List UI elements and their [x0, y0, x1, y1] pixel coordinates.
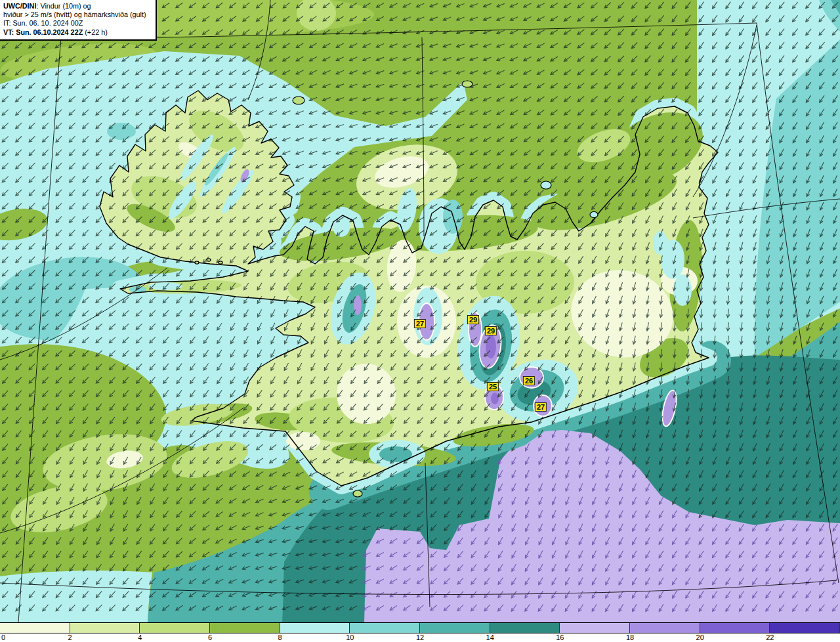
gust-max-label: 29: [467, 315, 479, 324]
colorbar-segment: [70, 623, 140, 633]
colorbar-tick-label: 4: [138, 633, 142, 642]
colorbar-segment: [140, 623, 210, 633]
init-time: IT: Sun. 06. 10. 2024 00Z: [3, 19, 152, 28]
colorbar-tick-label: 10: [346, 633, 354, 642]
colorbar-tick-label: 20: [696, 633, 704, 642]
title-line-1: UWC/DINI: Vindur (10m) og: [3, 2, 152, 11]
colorbar-segment: [350, 623, 420, 633]
title-line-2: hviður > 25 m/s (hvítt) og hámarkshviða …: [3, 11, 152, 19]
gust-max-label: 25: [487, 382, 499, 391]
colorbar-tick-label: 12: [416, 633, 424, 642]
gust-max-label: 27: [535, 402, 547, 412]
colorbar-tick-label: 14: [486, 633, 494, 642]
wind-speed-colorbar: 0246810121416182022: [0, 622, 840, 642]
colorbar-segment: [210, 623, 280, 633]
colorbar-segment: [560, 623, 630, 633]
colorbar-tick-label: 6: [208, 633, 212, 642]
title-box: UWC/DINI: Vindur (10m) og hviður > 25 m/…: [0, 0, 157, 41]
colorbar-segment: [280, 623, 350, 633]
colorbar-segment: [490, 623, 560, 633]
colorbar-segment: [700, 623, 770, 633]
model-name: UWC/DINI: [3, 2, 36, 10]
weather-map-screenshot: 272929252627 UWC/DINI: Vindur (10m) og h…: [0, 0, 840, 642]
colorbar-segment: [420, 623, 490, 633]
colorbar-segment: [0, 623, 70, 633]
valid-time: VT: Sun. 06.10.2024 22Z (+22 h): [3, 28, 152, 37]
gust-max-label: 26: [523, 376, 535, 385]
map-canvas: [0, 0, 840, 622]
gust-max-label: 29: [485, 326, 497, 335]
colorbar-tick-label: 8: [278, 633, 282, 642]
colorbar-tick-label: 2: [68, 633, 72, 642]
colorbar-segments: [0, 623, 840, 633]
colorbar-segment: [770, 623, 840, 633]
colorbar-tick-label: 18: [626, 633, 634, 642]
colorbar-tick-label: 16: [556, 633, 564, 642]
colorbar-tick-label: 0: [1, 633, 5, 642]
gust-max-label: 27: [414, 319, 426, 328]
colorbar-segment: [630, 623, 700, 633]
colorbar-tick-label: 22: [766, 633, 774, 642]
colorbar-tick-labels: 0246810121416182022: [0, 633, 840, 642]
